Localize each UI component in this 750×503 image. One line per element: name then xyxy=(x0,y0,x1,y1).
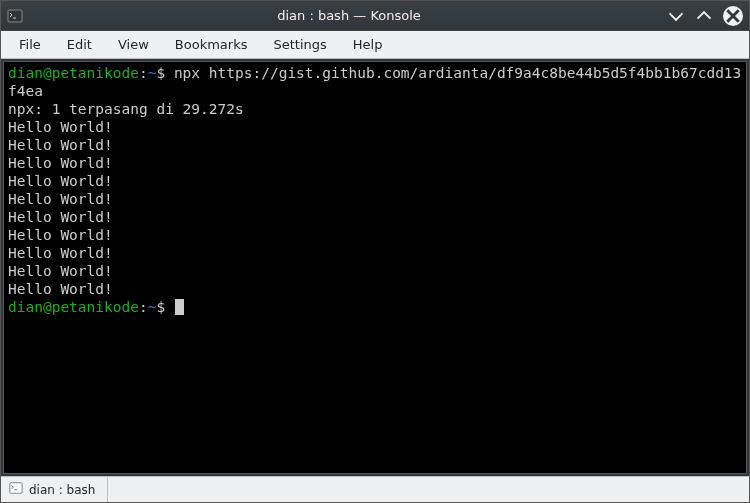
terminal-viewport[interactable]: dian@petanikode:~$ npx https://gist.gith… xyxy=(3,61,747,474)
svg-rect-4 xyxy=(10,483,22,494)
cursor-block xyxy=(175,299,184,315)
output-line: Hello World! xyxy=(8,119,113,135)
output-line: Hello World! xyxy=(8,245,113,261)
output-line: Hello World! xyxy=(8,155,113,171)
output-line: Hello World! xyxy=(8,173,113,189)
menu-edit[interactable]: Edit xyxy=(55,33,104,56)
menu-view[interactable]: View xyxy=(106,33,161,56)
prompt-user-host: dian@petanikode xyxy=(8,65,139,81)
terminal-tab-icon xyxy=(9,481,23,498)
menu-bookmarks[interactable]: Bookmarks xyxy=(163,33,260,56)
prompt-symbol: $ xyxy=(156,299,165,315)
prompt-symbol: $ xyxy=(156,65,165,81)
prompt-space xyxy=(165,299,174,315)
tabbar: dian : bash xyxy=(1,476,749,502)
tab-session[interactable]: dian : bash xyxy=(1,477,108,502)
prompt-user-host: dian@petanikode xyxy=(8,299,139,315)
minimize-button[interactable] xyxy=(667,7,685,25)
output-line: Hello World! xyxy=(8,263,113,279)
menu-help[interactable]: Help xyxy=(341,33,395,56)
output-install-line: npx: 1 terpasang di 29.272s xyxy=(8,101,244,117)
menubar: File Edit View Bookmarks Settings Help xyxy=(1,31,749,59)
prompt-colon: : xyxy=(139,299,148,315)
titlebar[interactable]: dian : bash — Konsole xyxy=(1,1,749,31)
menu-file[interactable]: File xyxy=(7,33,53,56)
tab-label: dian : bash xyxy=(29,483,95,497)
prompt-colon: : xyxy=(139,65,148,81)
window-controls xyxy=(667,6,743,26)
output-line: Hello World! xyxy=(8,281,113,297)
menu-settings[interactable]: Settings xyxy=(261,33,338,56)
window-title: dian : bash — Konsole xyxy=(31,8,667,23)
output-line: Hello World! xyxy=(8,209,113,225)
konsole-window: dian : bash — Konsole File Edit View Boo… xyxy=(0,0,750,503)
output-line: Hello World! xyxy=(8,227,113,243)
output-line: Hello World! xyxy=(8,137,113,153)
output-line: Hello World! xyxy=(8,191,113,207)
svg-rect-0 xyxy=(8,10,22,22)
maximize-button[interactable] xyxy=(695,7,713,25)
close-button[interactable] xyxy=(723,6,743,26)
prompt-space xyxy=(165,65,174,81)
terminal-app-icon xyxy=(7,8,23,24)
